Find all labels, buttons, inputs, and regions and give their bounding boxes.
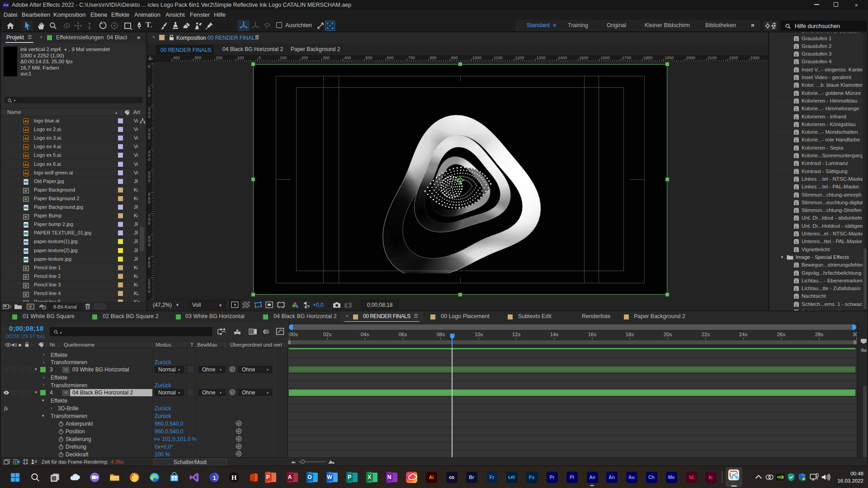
svg-text:1: 1 bbox=[212, 474, 216, 481]
svg-text:H: H bbox=[231, 474, 236, 481]
svg-text:fx: fx bbox=[795, 178, 798, 182]
svg-text:30s: 30s bbox=[853, 332, 857, 337]
svg-text:12s: 12s bbox=[512, 332, 521, 337]
svg-text:fx: fx bbox=[795, 193, 798, 197]
svg-text:0: 0 bbox=[148, 93, 151, 98]
svg-text:1800: 1800 bbox=[643, 56, 652, 60]
svg-text:18s: 18s bbox=[626, 332, 634, 337]
svg-text:fx: fx bbox=[795, 68, 798, 72]
svg-text:400: 400 bbox=[173, 56, 180, 60]
svg-text:fx: fx bbox=[795, 146, 798, 150]
svg-text:fx: fx bbox=[795, 240, 798, 244]
svg-text:06s: 06s bbox=[399, 332, 407, 337]
svg-text:fx: fx bbox=[795, 303, 798, 307]
svg-text:02s: 02s bbox=[323, 332, 332, 337]
svg-text:400: 400 bbox=[344, 56, 351, 60]
svg-text:fx: fx bbox=[795, 155, 798, 159]
svg-text::00s: :00s bbox=[288, 332, 298, 337]
svg-text:22s: 22s bbox=[702, 332, 710, 337]
svg-text:0: 0 bbox=[148, 114, 151, 119]
svg-text:28s: 28s bbox=[815, 332, 824, 337]
svg-text:fx: fx bbox=[795, 115, 798, 119]
svg-text:fx: fx bbox=[795, 225, 798, 229]
svg-text:700: 700 bbox=[408, 56, 415, 60]
svg-text:0: 0 bbox=[148, 157, 151, 162]
svg-text:fx: fx bbox=[795, 108, 798, 112]
svg-text:1400: 1400 bbox=[558, 56, 567, 60]
svg-text:fx: fx bbox=[795, 37, 798, 41]
svg-text:04s: 04s bbox=[361, 332, 369, 337]
svg-text:2100: 2100 bbox=[708, 56, 717, 60]
svg-text:fx: fx bbox=[795, 123, 798, 127]
svg-text:1600: 1600 bbox=[601, 56, 610, 60]
svg-text:900: 900 bbox=[451, 56, 458, 60]
svg-text:1300: 1300 bbox=[537, 56, 546, 60]
svg-text:fx: fx bbox=[795, 61, 798, 65]
svg-text:100: 100 bbox=[280, 56, 287, 60]
svg-text:10s: 10s bbox=[475, 332, 483, 337]
svg-text:1500: 1500 bbox=[579, 56, 588, 60]
svg-text:600: 600 bbox=[387, 56, 394, 60]
svg-text:fx: fx bbox=[795, 279, 798, 283]
svg-text:0: 0 bbox=[148, 289, 151, 294]
svg-text:1000: 1000 bbox=[472, 56, 481, 60]
svg-text:1100: 1100 bbox=[494, 56, 502, 60]
svg-text:0: 0 bbox=[148, 200, 151, 204]
svg-text:14s: 14s bbox=[550, 332, 559, 337]
svg-text:fx: fx bbox=[4, 405, 8, 411]
svg-text:fx: fx bbox=[795, 170, 798, 174]
svg-text:0: 0 bbox=[148, 64, 151, 69]
svg-text:300: 300 bbox=[323, 56, 330, 60]
svg-text:fx: fx bbox=[795, 272, 798, 276]
svg-text:1200: 1200 bbox=[515, 56, 524, 60]
svg-text:fx: fx bbox=[795, 99, 798, 103]
svg-text:26s: 26s bbox=[777, 332, 786, 337]
svg-text:2000: 2000 bbox=[686, 56, 695, 60]
svg-text:fx: fx bbox=[795, 233, 798, 237]
svg-text:fx: fx bbox=[795, 186, 798, 190]
svg-text:0: 0 bbox=[259, 56, 261, 60]
svg-text:300: 300 bbox=[194, 56, 201, 60]
svg-text:08s: 08s bbox=[437, 332, 445, 337]
svg-text:500: 500 bbox=[365, 56, 372, 60]
svg-text:0: 0 bbox=[148, 264, 151, 268]
svg-text:20s: 20s bbox=[664, 332, 672, 337]
svg-text:1900: 1900 bbox=[665, 56, 674, 60]
svg-text:800: 800 bbox=[429, 56, 436, 60]
svg-text:fx: fx bbox=[795, 248, 798, 252]
svg-text:fx: fx bbox=[795, 53, 798, 57]
svg-text:fx: fx bbox=[795, 201, 798, 205]
svg-text:fx: fx bbox=[795, 295, 798, 299]
svg-text:fx: fx bbox=[795, 139, 798, 143]
svg-text:fx: fx bbox=[795, 131, 798, 135]
svg-text:fx: fx bbox=[795, 209, 798, 213]
svg-text:200: 200 bbox=[216, 56, 222, 60]
svg-text:fx: fx bbox=[795, 92, 798, 96]
svg-text:fx: fx bbox=[795, 217, 798, 221]
svg-text:100: 100 bbox=[237, 56, 244, 60]
svg-text:0: 0 bbox=[148, 136, 151, 140]
svg-text:fx: fx bbox=[795, 162, 798, 166]
svg-text:fx: fx bbox=[795, 45, 798, 49]
svg-text:2300: 2300 bbox=[750, 56, 760, 60]
svg-text:0: 0 bbox=[148, 221, 151, 225]
svg-text:fx: fx bbox=[795, 84, 798, 88]
svg-text:0: 0 bbox=[148, 178, 151, 183]
svg-text:16s: 16s bbox=[588, 332, 597, 337]
svg-text:fx: fx bbox=[795, 264, 798, 268]
svg-text:fx: fx bbox=[795, 76, 798, 80]
svg-text:1700: 1700 bbox=[622, 56, 631, 60]
svg-text:0: 0 bbox=[148, 243, 151, 247]
svg-text:24s: 24s bbox=[739, 332, 748, 337]
svg-text:fx: fx bbox=[795, 287, 798, 291]
svg-text:200: 200 bbox=[301, 56, 308, 60]
svg-text:2200: 2200 bbox=[729, 56, 738, 60]
